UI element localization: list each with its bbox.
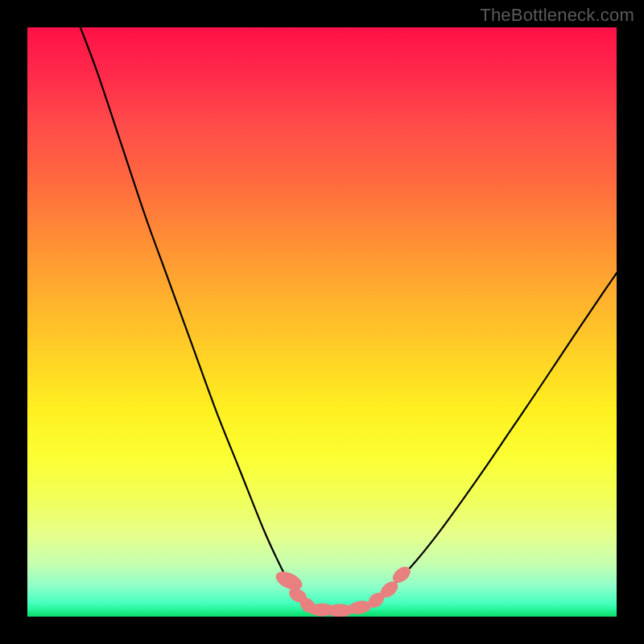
curve-group: [80, 27, 617, 611]
valley-markers: [273, 564, 414, 617]
attribution-text: TheBottleneck.com: [480, 5, 634, 26]
chart-svg: [27, 27, 617, 617]
outer-frame: TheBottleneck.com: [0, 0, 644, 644]
plot-area: [27, 27, 617, 617]
bottleneck-curve: [80, 27, 617, 611]
